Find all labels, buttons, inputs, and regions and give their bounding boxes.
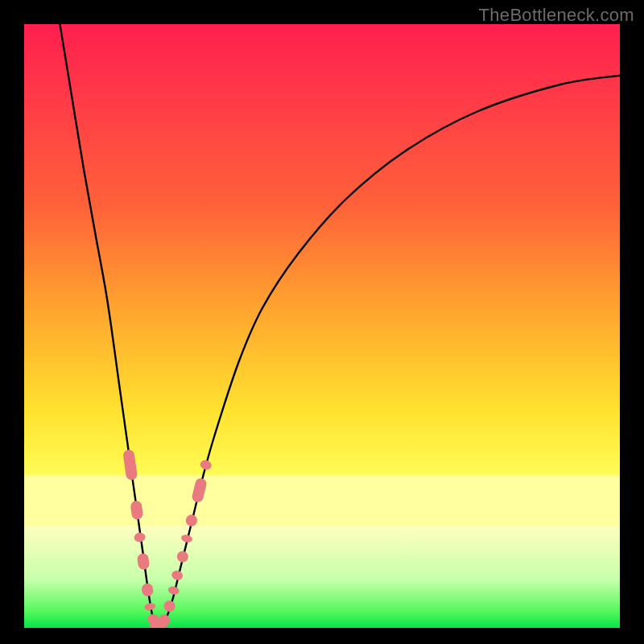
sample-marker xyxy=(171,569,184,581)
sample-marker xyxy=(130,500,143,520)
curve-layer xyxy=(24,24,620,628)
sample-marker xyxy=(137,552,151,570)
sample-marker xyxy=(163,599,177,613)
sample-marker xyxy=(191,477,208,504)
sample-marker xyxy=(122,449,138,481)
sample-marker xyxy=(134,532,146,543)
watermark-text: TheBottleneck.com xyxy=(479,5,634,26)
sample-marker xyxy=(167,585,180,596)
sample-marker xyxy=(180,534,193,543)
sample-marker xyxy=(143,602,155,611)
sample-marker xyxy=(175,550,189,564)
sample-marker xyxy=(199,459,213,471)
sample-markers xyxy=(122,449,213,628)
chart-frame: TheBottleneck.com xyxy=(0,0,644,644)
sample-marker xyxy=(184,514,198,527)
sample-marker xyxy=(141,583,154,597)
